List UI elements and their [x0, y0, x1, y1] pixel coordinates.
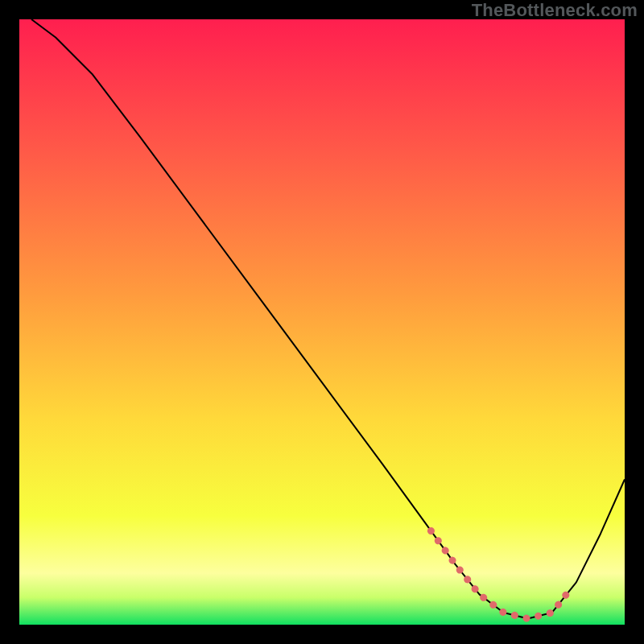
- watermark-text: TheBottleneck.com: [472, 0, 638, 21]
- gradient-background: [19, 19, 625, 625]
- bottleneck-chart: [19, 19, 625, 625]
- chart-frame: [19, 19, 625, 625]
